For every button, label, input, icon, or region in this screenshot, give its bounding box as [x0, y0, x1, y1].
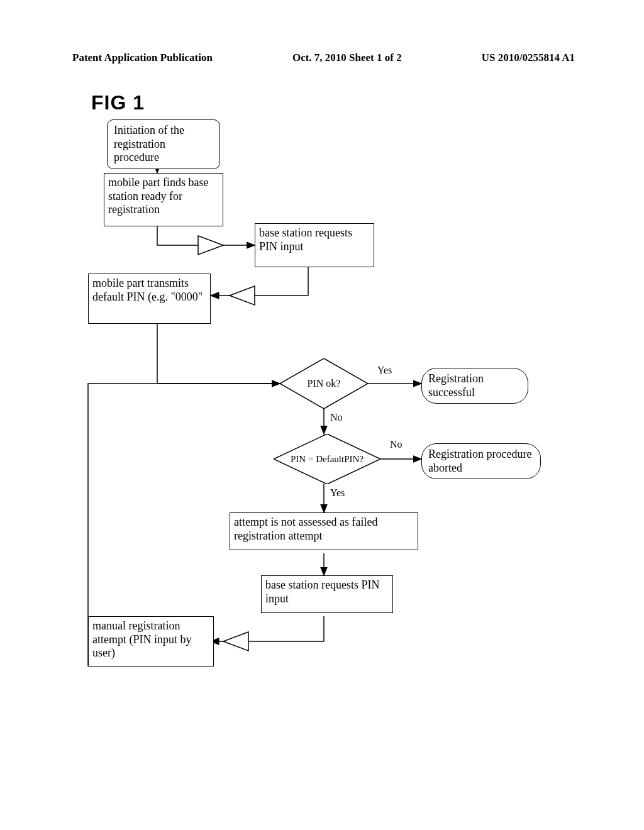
box-req2-text: base station requests PIN input	[265, 578, 379, 605]
svg-marker-1	[198, 236, 223, 255]
label-pinok-no: No	[330, 412, 343, 423]
flowchart: Initiation of the registration procedure…	[60, 113, 582, 805]
header-center: Oct. 7, 2010 Sheet 1 of 2	[292, 52, 402, 64]
header-left: Patent Application Publication	[72, 52, 213, 64]
start-text: Initiation of the registration procedure	[114, 124, 184, 163]
box-req1: base station requests PIN input	[255, 223, 374, 267]
term-aborted-text: Registration procedure aborted	[428, 448, 531, 474]
figure-label: FIG 1	[91, 91, 145, 114]
diamond-pinok: PIN ok?	[280, 358, 368, 409]
term-success: Registration successful	[421, 368, 528, 404]
box-manual: manual registration attempt (PIN input b…	[88, 616, 214, 667]
label-pindef-yes: Yes	[330, 487, 345, 499]
box-txdef: mobile part transmits default PIN (e.g. …	[88, 274, 211, 324]
box-req1-text: base station requests PIN input	[259, 226, 352, 253]
diamond-pindef-text: PIN = DefaultPIN?	[291, 454, 364, 465]
box-find-text: mobile part finds base station ready for…	[108, 176, 208, 216]
label-pindef-no: No	[390, 439, 402, 450]
start-terminator: Initiation of the registration procedure	[107, 119, 220, 169]
box-manual-text: manual registration attempt (PIN input b…	[92, 619, 191, 659]
header-right: US 2010/0255814 A1	[482, 52, 575, 64]
box-notfailed-text: attempt is not assessed as failed regist…	[234, 516, 377, 542]
diamond-pindef: PIN = DefaultPIN?	[274, 434, 380, 484]
box-notfailed: attempt is not assessed as failed regist…	[230, 512, 418, 550]
label-pinok-yes: Yes	[377, 365, 392, 376]
svg-marker-5	[230, 286, 255, 305]
term-aborted: Registration procedure aborted	[421, 443, 541, 479]
box-req2: base station requests PIN input	[261, 575, 393, 613]
svg-marker-14	[223, 632, 248, 651]
diamond-pinok-text: PIN ok?	[308, 378, 341, 389]
box-txdef-text: mobile part transmits default PIN (e.g. …	[92, 277, 203, 303]
box-find: mobile part finds base station ready for…	[104, 173, 223, 226]
term-success-text: Registration successful	[428, 372, 484, 399]
